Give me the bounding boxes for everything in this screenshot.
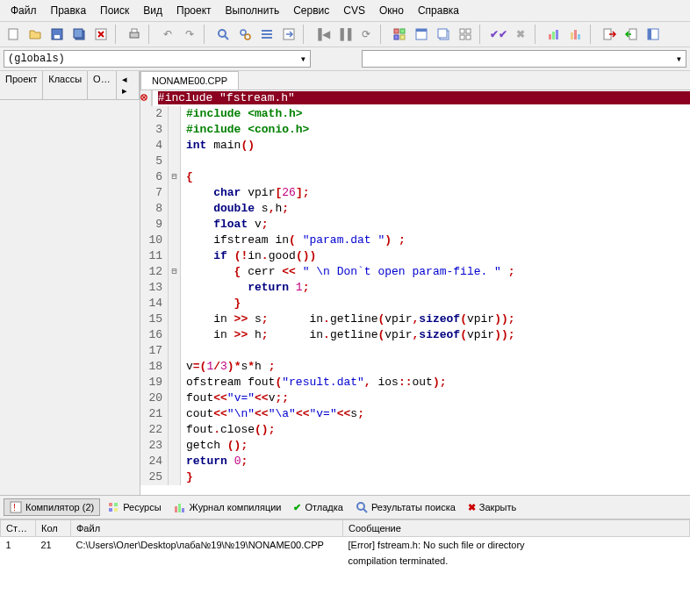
error-row[interactable]: 121C:\Users\Олег\Desktop\лаба№19\№19\NON… xyxy=(1,537,690,554)
code-text[interactable]: char vpir[26]; xyxy=(181,185,690,201)
menu-item[interactable]: Вид xyxy=(136,2,169,19)
tab-close[interactable]: ✖Закрыть xyxy=(463,498,521,516)
code-line[interactable]: 6⊟{ xyxy=(140,169,690,185)
menu-item[interactable]: Проект xyxy=(169,2,219,19)
menu-item[interactable]: Поиск xyxy=(93,2,136,19)
grid2-icon[interactable] xyxy=(456,25,475,44)
code-text[interactable]: } xyxy=(181,296,690,312)
menu-item[interactable]: Справка xyxy=(411,2,466,19)
code-text[interactable] xyxy=(181,343,690,359)
scope-combo[interactable]: (globals)▾ xyxy=(4,50,311,68)
print-icon[interactable] xyxy=(125,25,144,44)
code-line[interactable]: 25} xyxy=(140,469,690,485)
code-text[interactable]: int main() xyxy=(181,138,690,154)
menu-item[interactable]: Файл xyxy=(4,2,44,19)
tab-compile-log[interactable]: Журнал компиляции xyxy=(169,498,287,516)
code-line[interactable]: 18v=(1/3)*s*h ; xyxy=(140,359,690,375)
left-tab[interactable]: Проект xyxy=(0,71,43,99)
code-line[interactable]: 7 char vpir[26]; xyxy=(140,185,690,201)
tab-search-results[interactable]: Результаты поиска xyxy=(350,498,461,516)
error-table-header[interactable]: Ст… xyxy=(1,520,36,537)
run-icon[interactable]: ▐▐ xyxy=(334,25,354,44)
code-line[interactable]: 24return 0; xyxy=(140,454,690,469)
new-file-icon[interactable] xyxy=(4,25,23,44)
error-table-header[interactable]: Кол xyxy=(36,520,71,537)
code-line[interactable]: 10 ifstream in( "param.dat ") ; xyxy=(140,233,690,248)
window1-icon[interactable] xyxy=(412,25,431,44)
code-text[interactable]: #include <math.h> xyxy=(181,106,690,122)
code-text[interactable]: ifstream in( "param.dat ") ; xyxy=(181,233,690,248)
error-table[interactable]: Ст…КолФайлСообщение 121C:\Users\Олег\Des… xyxy=(0,519,690,569)
code-line[interactable]: 5 xyxy=(140,154,690,169)
code-line[interactable]: 2#include <math.h> xyxy=(140,106,690,122)
code-text[interactable]: if (!in.good()) xyxy=(181,248,690,264)
code-line[interactable]: 15 in >> s; in.getline(vpir,sizeof(vpir)… xyxy=(140,312,690,327)
code-line[interactable]: 8 double s,h; xyxy=(140,201,690,217)
code-line[interactable]: 23getch (); xyxy=(140,438,690,454)
code-line[interactable]: 17 xyxy=(140,343,690,359)
error-table-header[interactable]: Файл xyxy=(71,520,343,537)
left-tab[interactable]: Классы xyxy=(43,71,88,99)
undo-icon[interactable]: ↶ xyxy=(158,25,177,44)
code-text[interactable]: in >> h; in.getline(vpir,sizeof(vpir)); xyxy=(181,327,690,343)
code-line[interactable]: 22fout.close(); xyxy=(140,422,690,438)
code-text[interactable]: return 0; xyxy=(181,454,690,469)
code-text[interactable]: getch (); xyxy=(181,438,690,454)
code-line[interactable]: 12⊟ { cerr << " \n Don`t open param-file… xyxy=(140,264,690,280)
tab-compiler[interactable]: !Компилятор (2) xyxy=(4,498,100,516)
code-text[interactable] xyxy=(181,154,690,169)
code-text[interactable]: #include <conio.h> xyxy=(181,122,690,138)
code-text[interactable]: #include "fstream.h" xyxy=(153,90,690,106)
chart2-icon[interactable] xyxy=(566,25,586,44)
code-text[interactable]: in >> s; in.getline(vpir,sizeof(vpir)); xyxy=(181,312,690,327)
cancel-icon[interactable]: ✖ xyxy=(511,25,530,44)
compile-icon[interactable]: ▐◀ xyxy=(313,25,332,44)
code-line[interactable]: 9 float v; xyxy=(140,217,690,233)
code-editor[interactable]: #include "fstream.h" 2#include <math.h>3… xyxy=(140,90,690,495)
code-text[interactable]: float v; xyxy=(181,217,690,233)
enter-icon[interactable] xyxy=(622,25,641,44)
menu-item[interactable]: Выполнить xyxy=(219,2,287,19)
tab-debug[interactable]: ✔Отладка xyxy=(288,498,348,516)
code-line[interactable]: 14 } xyxy=(140,296,690,312)
code-text[interactable]: } xyxy=(181,469,690,485)
fold-marker[interactable]: ⊟ xyxy=(169,169,181,185)
rebuild-icon[interactable]: ⟳ xyxy=(356,25,376,44)
code-text[interactable]: { xyxy=(181,169,690,185)
code-line[interactable]: 4int main() xyxy=(140,138,690,154)
error-row[interactable]: compilation terminated. xyxy=(1,553,690,569)
replace-icon[interactable] xyxy=(235,25,255,44)
window2-icon[interactable] xyxy=(434,25,453,44)
code-text[interactable]: fout<<"v="<<v;; xyxy=(181,390,690,406)
exit-icon[interactable] xyxy=(600,25,619,44)
code-text[interactable]: return 1; xyxy=(181,280,690,296)
chart1-icon[interactable] xyxy=(544,25,564,44)
code-text[interactable]: fout.close(); xyxy=(181,422,690,438)
find-icon[interactable] xyxy=(213,25,233,44)
symbol-combo[interactable]: ▾ xyxy=(362,50,686,68)
code-line[interactable]: 16 in >> h; in.getline(vpir,sizeof(vpir)… xyxy=(140,327,690,343)
list-icon[interactable] xyxy=(257,25,277,44)
editor-tab[interactable]: NONAME00.CPP xyxy=(140,71,239,90)
fold-marker[interactable]: ⊟ xyxy=(169,264,181,280)
tab-resources[interactable]: Ресурсы xyxy=(102,498,166,516)
code-line[interactable]: 11 if (!in.good()) xyxy=(140,248,690,264)
save-all-icon[interactable] xyxy=(69,25,89,44)
save-icon[interactable] xyxy=(47,25,67,44)
code-line[interactable]: 21cout<<"\n"<<"\a"<<"v="<<s; xyxy=(140,406,690,422)
left-tab[interactable]: О… xyxy=(88,71,117,99)
check-icon[interactable]: ✔✔ xyxy=(489,25,508,44)
menu-item[interactable]: CVS xyxy=(336,2,372,19)
code-text[interactable]: { cerr << " \n Don`t open param-file. " … xyxy=(181,264,690,280)
code-text[interactable]: double s,h; xyxy=(181,201,690,217)
code-text[interactable]: cout<<"\n"<<"\a"<<"v="<<s; xyxy=(181,406,690,422)
code-line[interactable]: 19ofstream fout("result.dat", ios::out); xyxy=(140,375,690,390)
code-line[interactable]: 20fout<<"v="<<v;; xyxy=(140,390,690,406)
error-table-header[interactable]: Сообщение xyxy=(343,520,690,537)
code-line[interactable]: 13 return 1; xyxy=(140,280,690,296)
menu-item[interactable]: Окно xyxy=(372,2,411,19)
code-line[interactable]: 3#include <conio.h> xyxy=(140,122,690,138)
panel-icon[interactable] xyxy=(643,25,663,44)
menu-item[interactable]: Сервис xyxy=(286,2,336,19)
grid1-icon[interactable] xyxy=(390,25,409,44)
